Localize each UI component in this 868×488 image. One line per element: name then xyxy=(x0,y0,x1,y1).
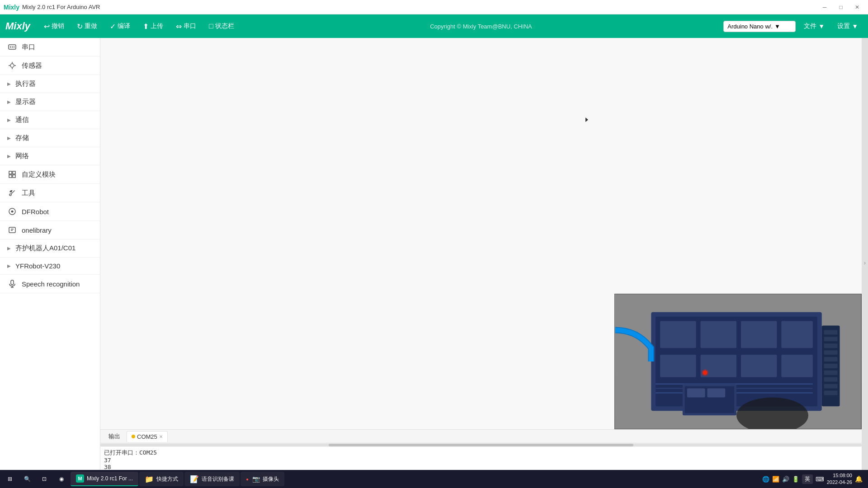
device-name: Arduino Nano w/. xyxy=(727,23,773,30)
network-tray-icon[interactable]: 🌐 xyxy=(762,476,769,483)
sidebar-item-dfrobot[interactable]: DFRobot xyxy=(0,202,100,221)
cunchu-arrow-icon: ▶ xyxy=(7,136,11,141)
copyright-text: Copyright © Mixly Team@BNU, CHINA xyxy=(242,23,720,30)
svg-point-13 xyxy=(9,194,11,196)
sidebar-item-chuanganqi[interactable]: 传感器 xyxy=(0,56,100,75)
taskbar-mixly-app[interactable]: M Mixly 2.0 rc1 For ... xyxy=(71,472,138,486)
yfrobot-arrow-icon: ▶ xyxy=(7,263,11,268)
maximize-button[interactable]: □ xyxy=(834,3,848,12)
tab-com25-close-icon[interactable]: ✕ xyxy=(159,434,163,439)
right-chevron-icon: › xyxy=(864,260,866,266)
svg-rect-43 xyxy=(824,364,838,368)
scrollbar-thumb[interactable] xyxy=(329,444,633,446)
svg-rect-24 xyxy=(660,321,696,348)
start-button[interactable]: ⊞ xyxy=(2,472,18,486)
sidebar-item-onelibrary[interactable]: onelibrary xyxy=(0,221,100,239)
sidebar-item-chuankou[interactable]: 串口 xyxy=(0,38,100,56)
svg-rect-42 xyxy=(824,357,838,361)
close-button[interactable]: ✕ xyxy=(850,3,864,12)
taskbar-yuyin-app[interactable]: 📝 语音识别备课 xyxy=(184,472,240,486)
upload-button[interactable]: ⬆ 上传 xyxy=(138,19,168,33)
speech-sidebar-icon xyxy=(7,279,17,288)
redo-button[interactable]: ↻ 重做 xyxy=(72,19,102,33)
compile-button[interactable]: ✓ 编译 xyxy=(105,19,135,33)
sidebar-item-wangluo-label: 网络 xyxy=(15,152,29,160)
task-view-button[interactable]: ⊡ xyxy=(36,472,52,486)
serial-sidebar-icon xyxy=(7,42,17,52)
taskbar-kuaijie-app[interactable]: 📁 快捷方式 xyxy=(139,472,184,486)
statusbar-button[interactable]: □ 状态栏 xyxy=(204,19,239,33)
app-logo-title: Mixly xyxy=(4,4,19,11)
sidebar: 串口 传感器 ▶ 执行器 ▶ 显示器 ▶ 通信 ▶ 存储 xyxy=(0,38,100,488)
kuaijie-app-label: 快捷方式 xyxy=(156,475,178,483)
com25-dot-icon xyxy=(132,435,135,438)
sidebar-item-wangluo[interactable]: ▶ 网络 xyxy=(0,147,100,165)
sys-tray-icons: 🌐 📶 🔊 🔋 xyxy=(762,476,799,483)
svg-rect-39 xyxy=(824,337,838,341)
minimize-button[interactable]: ─ xyxy=(817,3,832,12)
wifi-tray-icon[interactable]: 📶 xyxy=(772,476,779,483)
start-icon: ⊞ xyxy=(8,476,12,482)
settings-menu-arrow-icon: ▼ xyxy=(852,23,858,30)
svg-rect-45 xyxy=(824,377,838,382)
taskbar-search-button[interactable]: 🔍 xyxy=(19,472,35,486)
svg-point-4 xyxy=(10,64,14,67)
sidebar-item-dfrobot-label: DFRobot xyxy=(22,208,49,216)
serial-output-line-1: 已打开串口：COM25 xyxy=(104,449,858,457)
sidebar-item-speech[interactable]: Speech recognition xyxy=(0,275,100,293)
serial-button[interactable]: ⇔ 串口 xyxy=(171,19,201,33)
input-language-button[interactable]: 英 xyxy=(802,474,813,484)
svg-rect-28 xyxy=(660,355,696,377)
notification-icon[interactable]: 🔔 xyxy=(855,475,863,483)
keyboard-icon[interactable]: ⌨ xyxy=(816,476,824,483)
svg-rect-11 xyxy=(9,175,12,178)
cortana-button[interactable]: ◉ xyxy=(53,472,70,486)
statusbar-label: 状态栏 xyxy=(215,22,234,30)
settings-menu-button[interactable]: 设置 ▼ xyxy=(833,19,863,33)
sidebar-item-tongxin[interactable]: ▶ 通信 xyxy=(0,111,100,129)
toolbar-right: Arduino Nano w/. ▼ 文件 ▼ 设置 ▼ xyxy=(723,19,863,33)
device-selector[interactable]: Arduino Nano w/. ▼ xyxy=(723,21,796,32)
mixly-app-icon: M xyxy=(76,474,84,483)
custom-sidebar-icon xyxy=(7,170,17,179)
serial-output-line-3: 38 xyxy=(104,464,858,470)
sound-tray-icon[interactable]: 🔊 xyxy=(782,476,789,483)
video-overlay xyxy=(614,294,862,429)
tab-com25[interactable]: COM25 ✕ xyxy=(127,431,168,442)
sidebar-item-qijiren[interactable]: ▶ 齐护机器人A01/C01 xyxy=(0,239,100,258)
tab-output[interactable]: 输出 xyxy=(104,431,125,442)
content-area[interactable]: 输出 COM25 ✕ 已打开串口：COM25 37 38 xyxy=(100,38,862,488)
taskbar-camera-app[interactable]: ● 📷 摄像头 xyxy=(241,472,284,486)
sidebar-item-qijiren-label: 齐护机器人A01/C01 xyxy=(15,244,75,253)
compile-label: 编译 xyxy=(118,22,130,30)
taskbar-clock: 15:08:00 2022-04-26 xyxy=(827,472,852,486)
title-text: Mixly Mixly 2.0 rc1 For Arduino AVR xyxy=(4,4,100,11)
svg-rect-46 xyxy=(824,384,838,389)
svg-rect-38 xyxy=(824,330,838,334)
device-dropdown-icon: ▼ xyxy=(774,23,780,30)
right-panel-toggle[interactable]: › xyxy=(862,38,868,488)
file-menu-label: 文件 xyxy=(804,22,816,30)
undo-button[interactable]: ↩ 撤销 xyxy=(39,19,69,33)
battery-tray-icon[interactable]: 🔋 xyxy=(792,476,799,483)
bottom-horizontal-scrollbar[interactable] xyxy=(100,443,862,447)
sidebar-item-zhixingqi-label: 执行器 xyxy=(15,80,36,88)
sidebar-item-cunchu[interactable]: ▶ 存储 xyxy=(0,129,100,147)
toolbar-logo: Mixly xyxy=(5,20,30,32)
sidebar-item-yfrobot[interactable]: ▶ YFRobot-V230 xyxy=(0,258,100,275)
svg-rect-25 xyxy=(701,321,736,348)
sidebar-item-zhixingqi[interactable]: ▶ 执行器 xyxy=(0,75,100,93)
sidebar-item-xianshiqi[interactable]: ▶ 显示器 xyxy=(0,93,100,111)
sidebar-item-chuankou-label: 串口 xyxy=(22,43,35,52)
yuyin-app-icon: 📝 xyxy=(190,475,199,483)
settings-menu-label: 设置 xyxy=(837,22,850,30)
svg-rect-12 xyxy=(13,175,15,178)
sidebar-item-gongju[interactable]: 工具 xyxy=(0,184,100,202)
sidebar-item-gongju-label: 工具 xyxy=(22,189,35,197)
file-menu-button[interactable]: 文件 ▼ xyxy=(799,19,829,33)
dfrobot-sidebar-icon xyxy=(7,207,17,216)
clock-date: 2022-04-26 xyxy=(827,479,852,486)
cursor-indicator xyxy=(585,117,593,125)
svg-rect-30 xyxy=(741,355,777,377)
sidebar-item-zidingyi[interactable]: 自定义模块 xyxy=(0,165,100,184)
